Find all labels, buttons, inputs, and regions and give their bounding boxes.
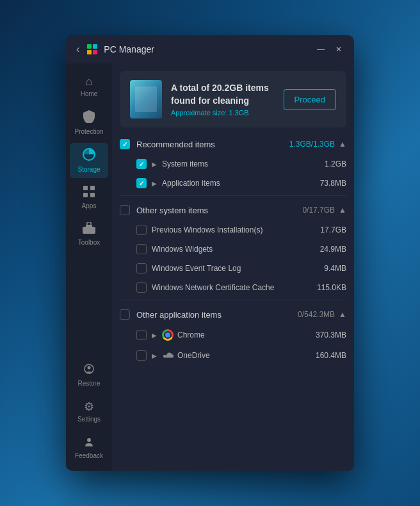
sidebar-item-home[interactable]: ⌂ Home [70,70,108,102]
application-items-label: Application items [162,179,320,188]
application-items-expand[interactable]: ▶ [152,180,157,187]
divider-1 [120,195,346,196]
sidebar-label-home: Home [81,90,98,97]
sidebar-label-restore: Restore [77,380,100,387]
other-system-section-header[interactable]: Other system items 0/17.7GB ▲ [120,199,346,220]
windows-widgets-checkbox[interactable] [136,244,147,254]
sidebar-label-apps: Apps [82,202,97,209]
other-app-section-header[interactable]: Other application items 0/542.3MB ▲ [120,303,346,325]
system-items-checkbox[interactable] [136,159,147,169]
svg-rect-5 [83,186,88,190]
window-controls: — ✕ [316,44,344,54]
onedrive-row[interactable]: ▶ OneDrive 160.4MB [120,345,346,366]
sidebar-label-feedback: Feedback [75,452,103,459]
svg-rect-3 [93,50,97,54]
recommended-chevron[interactable]: ▲ [339,140,346,149]
prev-windows-label: Previous Windows Installation(s) [152,225,320,234]
prev-windows-size: 17.7GB [320,225,346,234]
cert-cache-size: 115.0KB [317,283,346,292]
minimize-button[interactable]: — [316,44,326,54]
event-trace-checkbox[interactable] [136,263,147,273]
system-items-expand[interactable]: ▶ [152,161,157,168]
toolbox-icon [83,222,95,237]
chrome-row[interactable]: ▶ Chrome 370.3MB [120,325,346,345]
chrome-icon [162,329,174,341]
other-app-size: 0/542.3MB [298,310,335,319]
svg-rect-0 [87,44,92,49]
application-items-row[interactable]: ▶ Application items 73.8MB [120,174,346,193]
event-trace-row[interactable]: Windows Event Trace Log 9.4MB [120,259,346,278]
content-area: A total of 20.2GB items found for cleani… [112,63,354,471]
prev-windows-checkbox[interactable] [136,225,147,235]
event-trace-size: 9.4MB [324,264,346,273]
other-app-chevron[interactable]: ▲ [339,310,346,319]
onedrive-checkbox[interactable] [136,350,147,361]
recommended-size: 1.3GB/1.3GB [289,140,335,149]
svg-rect-9 [83,227,95,234]
titlebar: ‹ PC Manager — ✕ [66,35,354,63]
event-trace-label: Windows Event Trace Log [152,264,324,273]
other-app-checkbox[interactable] [120,309,130,320]
system-items-size: 1.2GB [325,159,346,168]
back-button[interactable]: ‹ [76,44,79,55]
sidebar-item-feedback[interactable]: Feedback [70,430,108,464]
onedrive-label: OneDrive [177,351,316,360]
other-system-chevron[interactable]: ▲ [339,206,346,215]
windows-widgets-size: 24.9MB [320,245,346,254]
prev-windows-row[interactable]: Previous Windows Installation(s) 17.7GB [120,220,346,240]
svg-rect-7 [83,193,88,197]
sidebar-label-protection: Protection [74,128,103,135]
svg-rect-1 [93,44,97,49]
sidebar-item-toolbox[interactable]: Toolbox [70,217,108,251]
header-subtitle: Approximate size: 1.3GB [171,109,275,117]
sidebar-item-restore[interactable]: Restore [70,358,108,392]
divider-2 [120,300,346,300]
header-text: A total of 20.2GB items found for cleani… [171,82,275,117]
other-system-checkbox[interactable] [120,205,130,215]
proceed-button[interactable]: Proceed [284,89,336,110]
cleaning-illustration [130,80,162,118]
scroll-area[interactable]: Recommended items 1.3GB/1.3GB ▲ ▶ System… [112,133,354,471]
windows-widgets-row[interactable]: Windows Widgets 24.9MB [120,240,346,259]
svg-point-13 [88,366,91,370]
gear-icon: ⚙ [84,400,94,414]
recommended-label: Recommended items [136,140,289,149]
app-icon [86,43,99,56]
recommended-checkbox[interactable] [120,139,130,149]
sidebar-item-apps[interactable]: Apps [70,181,108,215]
header-title: A total of 20.2GB items found for cleani… [171,82,275,107]
other-system-size: 0/17.7GB [302,206,335,215]
recommended-section-header[interactable]: Recommended items 1.3GB/1.3GB ▲ [120,133,346,154]
onedrive-expand[interactable]: ▶ [152,352,157,359]
apps-icon [83,186,95,200]
sidebar-item-settings[interactable]: ⚙ Settings [70,395,108,428]
cert-cache-label: Windows Network Certificate Cache [152,283,317,292]
sidebar-label-toolbox: Toolbox [78,239,100,246]
sidebar-item-protection[interactable]: Protection [70,105,108,140]
window-title: PC Manager [104,44,316,54]
windows-widgets-label: Windows Widgets [152,245,320,254]
header-card: A total of 20.2GB items found for cleani… [120,71,346,127]
feedback-icon [83,436,95,450]
sidebar-item-storage[interactable]: Storage [70,143,108,178]
application-items-checkbox[interactable] [136,178,147,188]
application-items-size: 73.8MB [320,179,346,188]
chrome-checkbox[interactable] [136,330,147,340]
svg-rect-11 [87,222,91,225]
system-items-row[interactable]: ▶ System items 1.2GB [120,154,346,174]
sidebar-spacer [66,252,112,357]
close-button[interactable]: ✕ [334,44,344,54]
svg-rect-2 [87,50,92,54]
onedrive-icon [162,350,174,361]
storage-icon [83,148,95,164]
sidebar-label-storage: Storage [77,166,100,173]
sidebar: ⌂ Home Protection [66,63,112,471]
chrome-size: 370.3MB [316,331,346,339]
restore-icon [83,363,95,378]
cert-cache-checkbox[interactable] [136,282,147,293]
chrome-expand[interactable]: ▶ [152,332,157,339]
sidebar-label-settings: Settings [77,416,101,423]
other-app-label: Other application items [136,310,298,320]
svg-rect-6 [90,186,95,190]
cert-cache-row[interactable]: Windows Network Certificate Cache 115.0K… [120,278,346,297]
